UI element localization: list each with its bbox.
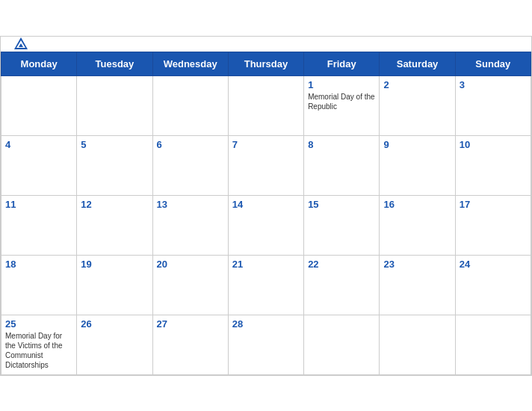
calendar-cell: 20 xyxy=(152,255,228,315)
day-number: 19 xyxy=(81,259,148,270)
calendar-cell: 1Memorial Day of the Republic xyxy=(304,75,380,135)
calendar-header xyxy=(1,37,531,52)
week-row-2: 11121314151617 xyxy=(1,195,531,255)
week-row-3: 18192021222324 xyxy=(1,255,531,315)
day-number: 10 xyxy=(460,139,527,150)
calendar-cell: 4 xyxy=(1,135,77,195)
day-number: 9 xyxy=(383,139,451,150)
day-number: 21 xyxy=(232,259,300,270)
calendar-grid: MondayTuesdayWednesdayThursdayFridaySatu… xyxy=(1,52,531,375)
calendar-cell: 18 xyxy=(1,255,77,315)
calendar-cell: 7 xyxy=(228,135,303,195)
calendar-cell: 25Memorial Day for the Victims of the Co… xyxy=(1,315,77,374)
calendar-cell: 3 xyxy=(455,75,531,135)
week-row-0: 1Memorial Day of the Republic23 xyxy=(1,75,531,135)
calendar-cell: 24 xyxy=(455,255,531,315)
calendar-cell: 23 xyxy=(380,255,455,315)
day-event: Memorial Day for the Victims of the Comm… xyxy=(5,331,72,370)
day-number: 12 xyxy=(81,199,148,210)
logo-icon xyxy=(13,36,29,52)
day-number: 1 xyxy=(308,79,375,90)
weekday-header-friday: Friday xyxy=(304,52,380,75)
calendar-cell: 15 xyxy=(304,195,380,255)
weekday-header-tuesday: Tuesday xyxy=(77,52,152,75)
calendar-cell: 22 xyxy=(304,255,380,315)
calendar-cell: 27 xyxy=(152,315,228,374)
weekday-header-thursday: Thursday xyxy=(228,52,303,75)
day-number: 27 xyxy=(157,318,224,330)
weekday-header-saturday: Saturday xyxy=(380,52,455,75)
week-row-4: 25Memorial Day for the Victims of the Co… xyxy=(1,315,531,374)
day-number: 16 xyxy=(383,199,451,210)
day-number: 6 xyxy=(157,139,224,150)
day-number: 14 xyxy=(232,199,300,210)
day-number: 20 xyxy=(157,259,224,270)
weekday-header-sunday: Sunday xyxy=(455,52,531,75)
day-number: 15 xyxy=(308,199,375,210)
day-number: 17 xyxy=(460,199,527,210)
day-number: 23 xyxy=(383,259,451,270)
calendar-cell xyxy=(380,315,455,374)
day-number: 13 xyxy=(157,199,224,210)
calendar-cell: 12 xyxy=(77,195,152,255)
calendar-cell: 9 xyxy=(380,135,455,195)
day-event: Memorial Day of the Republic xyxy=(308,92,375,111)
calendar-cell: 11 xyxy=(1,195,77,255)
calendar-cell: 19 xyxy=(77,255,152,315)
weekday-header-monday: Monday xyxy=(1,52,77,75)
calendar-cell xyxy=(1,75,77,135)
day-number: 4 xyxy=(5,139,72,150)
day-number: 24 xyxy=(460,259,527,270)
day-number: 11 xyxy=(5,199,72,210)
weekday-header-wednesday: Wednesday xyxy=(152,52,228,75)
calendar-cell: 10 xyxy=(455,135,531,195)
calendar-cell xyxy=(455,315,531,374)
weekday-header-row: MondayTuesdayWednesdayThursdayFridaySatu… xyxy=(1,52,531,75)
day-number: 28 xyxy=(232,318,300,330)
calendar-cell: 16 xyxy=(380,195,455,255)
logo-area xyxy=(13,36,32,52)
day-number: 8 xyxy=(308,139,375,150)
calendar-cell: 21 xyxy=(228,255,303,315)
day-number: 25 xyxy=(5,318,72,330)
calendar-wrapper: MondayTuesdayWednesdayThursdayFridaySatu… xyxy=(0,36,532,376)
calendar-cell: 26 xyxy=(77,315,152,374)
day-number: 3 xyxy=(460,79,527,90)
day-number: 22 xyxy=(308,259,375,270)
calendar-cell: 13 xyxy=(152,195,228,255)
calendar-cell: 28 xyxy=(228,315,303,374)
calendar-cell xyxy=(77,75,152,135)
calendar-cell: 2 xyxy=(380,75,455,135)
week-row-1: 45678910 xyxy=(1,135,531,195)
calendar-cell xyxy=(228,75,303,135)
day-number: 18 xyxy=(5,259,72,270)
calendar-cell: 8 xyxy=(304,135,380,195)
calendar-cell xyxy=(152,75,228,135)
day-number: 2 xyxy=(383,79,451,90)
calendar-cell: 14 xyxy=(228,195,303,255)
calendar-cell: 6 xyxy=(152,135,228,195)
calendar-cell: 5 xyxy=(77,135,152,195)
day-number: 7 xyxy=(232,139,300,150)
calendar-cell xyxy=(304,315,380,374)
day-number: 5 xyxy=(81,139,148,150)
calendar-cell: 17 xyxy=(455,195,531,255)
day-number: 26 xyxy=(81,318,148,330)
